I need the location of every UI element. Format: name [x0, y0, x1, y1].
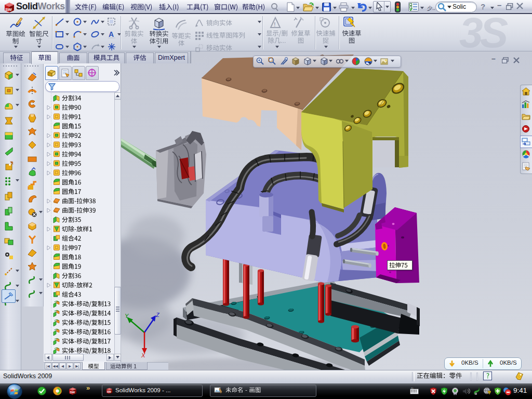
- svg-text:A: A: [109, 30, 114, 38]
- svg-text:X: X: [141, 352, 145, 358]
- svg-text:SW: SW: [107, 391, 111, 393]
- svg-text:SW: SW: [70, 391, 75, 394]
- svg-text:!: !: [274, 21, 276, 28]
- svg-text:Z: Z: [155, 312, 160, 318]
- svg-text:SW: SW: [5, 7, 12, 12]
- svg-text:Y: Y: [125, 313, 129, 319]
- svg-text:键盘: 键盘: [411, 388, 414, 389]
